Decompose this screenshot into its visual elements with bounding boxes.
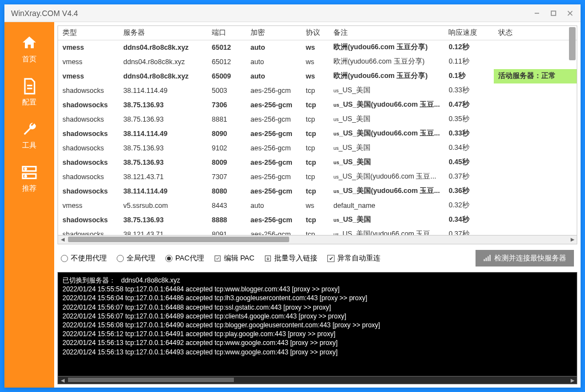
cell-enc: aes-256-gcm <box>246 184 301 198</box>
console-scroll-thumb[interactable] <box>68 378 234 382</box>
table-row[interactable]: shadowsocks38.114.114.495003aes-256-gcmt… <box>58 83 577 98</box>
cell-port: 7306 <box>207 98 246 112</box>
table-row[interactable]: shadowsocks38.114.114.498090aes-256-gcmt… <box>58 127 577 141</box>
cell-remark: us_US_美国 <box>329 83 444 98</box>
scroll-right-arrow[interactable]: ▶ <box>568 377 577 384</box>
table-row[interactable]: vmessddns04.r8o8c8k.xyz65012autows欧洲(yud… <box>58 40 577 55</box>
cell-status <box>494 155 577 170</box>
console-line: 2022/01/24 15:56:13 tcp:127.0.0.1:64493 … <box>62 348 572 357</box>
console-scrollbar-h[interactable]: ◀ ▶ <box>58 377 577 384</box>
sidebar-item-recommend[interactable]: 推荐 <box>4 158 54 201</box>
table-row[interactable]: shadowsocks38.75.136.938009aes-256-gcmtc… <box>58 155 577 170</box>
cell-status <box>494 227 577 236</box>
table-header-row: 类型 服务器 端口 加密 协议 备注 响应速度 状态 <box>58 26 577 40</box>
cell-proto: tcp <box>301 184 329 198</box>
cell-proto: ws <box>301 198 329 213</box>
maximize-button[interactable] <box>550 9 557 17</box>
cell-remark: us_US_美国(yudou66.com 玉豆... <box>329 127 444 141</box>
table-row[interactable]: vmessv5.ssrsub.com8443autowsdefault_name… <box>58 198 577 213</box>
cell-server: 38.121.43.71 <box>119 227 207 236</box>
cell-status <box>494 198 577 213</box>
table-row[interactable]: shadowsocks38.121.43.717307aes-256-gcmtc… <box>58 170 577 184</box>
col-speed[interactable]: 响应速度 <box>444 26 494 40</box>
cell-server: 38.114.114.49 <box>119 127 207 141</box>
sidebar-item-config[interactable]: 配置 <box>4 72 54 115</box>
cell-remark: us_US_美国(yudou66.com 玉豆... <box>329 170 444 184</box>
col-type[interactable]: 类型 <box>58 26 119 40</box>
cell-port: 7307 <box>207 170 246 184</box>
batch-import-button[interactable]: 批量导入链接 <box>264 253 317 263</box>
radio-pac-proxy[interactable]: PAC代理 <box>165 253 204 263</box>
cell-server: 38.75.136.93 <box>119 213 207 227</box>
radio-no-proxy[interactable]: 不使用代理 <box>61 253 107 263</box>
scrollbar-horizontal[interactable] <box>68 237 289 242</box>
cell-server: ddns04.r8o8c8k.xyz <box>119 55 207 69</box>
scroll-left-arrow[interactable]: ◀ <box>58 377 67 384</box>
table-row[interactable]: shadowsocks38.75.136.938888aes-256-gcmtc… <box>58 213 577 227</box>
cell-port: 8443 <box>207 198 246 213</box>
cell-proto: ws <box>301 69 329 83</box>
cell-server: 38.75.136.93 <box>119 112 207 127</box>
cell-type: shadowsocks <box>58 127 119 141</box>
test-connect-button[interactable]: 检测并连接最快服务器 <box>476 250 574 266</box>
cell-server: 38.75.136.93 <box>119 155 207 170</box>
table-row[interactable]: vmessddns04.r8o8c8k.xyz65009autows欧洲(yud… <box>58 69 577 83</box>
col-enc[interactable]: 加密 <box>246 26 301 40</box>
cell-speed: 0.33秒 <box>444 83 494 98</box>
col-proto[interactable]: 协议 <box>301 26 329 40</box>
sidebar-item-tools[interactable]: 工具 <box>4 115 54 158</box>
titlebar[interactable]: WinXray.COM V4.4 <box>4 4 581 22</box>
cell-speed: 0.12秒 <box>444 40 494 55</box>
table-row[interactable]: shadowsocks38.75.136.939102aes-256-gcmtc… <box>58 141 577 155</box>
cell-server: ddns04.r8o8c8k.xyz <box>119 40 207 55</box>
console-switched-line: 已切换到服务器： ddns04.r8o8c8k.xyz <box>62 276 572 285</box>
cell-type: shadowsocks <box>58 98 119 112</box>
edit-pac-button[interactable]: 编辑 PAC <box>214 253 254 263</box>
server-table-container[interactable]: 类型 服务器 端口 加密 协议 备注 响应速度 状态 vmessddns04.r… <box>58 25 577 236</box>
cell-remark: 欧洲(yudou66.com 玉豆分享) <box>329 40 444 55</box>
cell-type: shadowsocks <box>58 112 119 127</box>
cell-status <box>494 55 577 69</box>
cell-type: vmess <box>58 69 119 83</box>
cell-remark: us_US_美国(yudou66.com 玉豆... <box>329 184 444 198</box>
col-port[interactable]: 端口 <box>207 26 246 40</box>
scrollbar-horizontal-track[interactable]: ◀ ▶ <box>58 236 577 244</box>
cell-proto: tcp <box>301 112 329 127</box>
close-button[interactable] <box>566 9 574 17</box>
cell-speed: 0.1秒 <box>444 69 494 83</box>
table-row[interactable]: shadowsocks38.75.136.938881aes-256-gcmtc… <box>58 112 577 127</box>
cell-port: 8090 <box>207 127 246 141</box>
auto-reconnect-checkbox[interactable]: ✔异常自动重连 <box>327 253 380 263</box>
scroll-left-arrow[interactable]: ◀ <box>58 236 67 243</box>
log-console[interactable]: 已切换到服务器： ddns04.r8o8c8k.xyz 2022/01/24 1… <box>58 272 577 377</box>
file-icon <box>20 77 38 95</box>
console-line: 2022/01/24 15:55:58 tcp:127.0.0.1:64484 … <box>62 285 572 294</box>
cell-enc: aes-256-gcm <box>246 141 301 155</box>
cell-port: 8881 <box>207 112 246 127</box>
table-row[interactable]: vmessddns04.r8o8c8k.xyz65012autows欧洲(yud… <box>58 55 577 69</box>
table-row[interactable]: shadowsocks38.75.136.937306aes-256-gcmtc… <box>58 98 577 112</box>
radio-global-proxy[interactable]: 全局代理 <box>117 253 155 263</box>
table-row[interactable]: shadowsocks38.114.114.498080aes-256-gcmt… <box>58 184 577 198</box>
cell-port: 9102 <box>207 141 246 155</box>
svg-rect-14 <box>488 257 489 262</box>
sidebar-item-home[interactable]: 首页 <box>4 29 54 72</box>
table-row[interactable]: shadowsocks38.121.43.718091aes-256-gcmtc… <box>58 227 577 236</box>
col-status[interactable]: 状态 <box>494 26 577 40</box>
cell-status <box>494 141 577 155</box>
cell-server: v5.ssrsub.com <box>119 198 207 213</box>
cell-proto: tcp <box>301 141 329 155</box>
sidebar-item-label: 推荐 <box>22 184 36 194</box>
cell-proto: tcp <box>301 227 329 236</box>
console-line: 2022/01/24 15:56:07 tcp:127.0.0.1:64488 … <box>62 303 572 312</box>
col-remark[interactable]: 备注 <box>329 26 444 40</box>
cell-speed: 0.11秒 <box>444 55 494 69</box>
cell-status <box>494 170 577 184</box>
scroll-right-arrow[interactable]: ▶ <box>568 236 577 243</box>
col-server[interactable]: 服务器 <box>119 26 207 40</box>
scrollbar-vertical[interactable] <box>569 27 576 60</box>
cell-status <box>494 40 577 55</box>
cell-port: 65009 <box>207 69 246 83</box>
minimize-button[interactable] <box>533 9 541 17</box>
cell-server: ddns04.r8o8c8k.xyz <box>119 69 207 83</box>
